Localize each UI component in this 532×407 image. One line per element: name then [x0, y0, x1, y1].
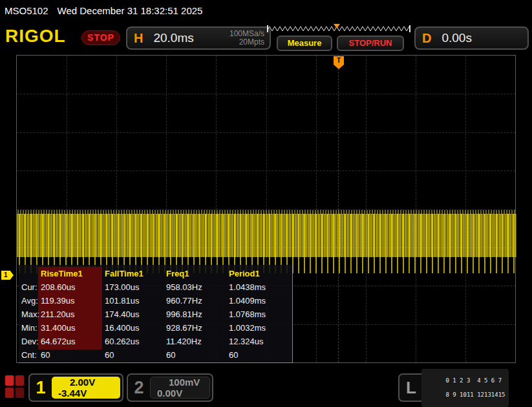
channel-1-button[interactable]: 1 2.00V -3.44V — [28, 373, 123, 402]
ch2-number: 2 — [128, 375, 150, 401]
measurement-row: Min: 31.400us 16.400us 928.67Hz 1.0032ms — [19, 321, 292, 335]
measurement-column: FallTime1 — [102, 269, 164, 278]
delay-settings-button[interactable]: D 0.00s — [414, 26, 529, 50]
ch1-values: 2.00V -3.44V — [52, 377, 120, 399]
stop-run-button[interactable]: STOP/RUN — [337, 36, 404, 51]
ch1-offset: -3.44V — [58, 388, 87, 399]
logic-label: L — [399, 378, 421, 398]
logic-row-1: 0 1 2 3 4 5 6 7 — [445, 377, 502, 384]
horizontal-label: H — [134, 31, 143, 46]
measurement-row: Cur: 208.60us 173.00us 958.03Hz 1.0438ms — [19, 280, 292, 294]
ch2-offset: 0.00V — [157, 388, 182, 399]
menu-grid-icon[interactable] — [5, 375, 25, 399]
measurement-row: Avg: 119.39us 101.81us 960.77Hz 1.0409ms — [19, 294, 292, 308]
ch1-number: 1 — [30, 375, 52, 401]
trigger-position-icon[interactable] — [334, 24, 340, 28]
datetime: Wed December 31 18:32:51 2025 — [58, 5, 203, 16]
sample-rate: 100MSa/s — [229, 29, 264, 38]
measurement-column: Freq1 — [164, 269, 226, 278]
delay-label: D — [422, 31, 431, 46]
measurement-row: Max: 211.20us 174.40us 996.81Hz 1.0768ms — [19, 308, 292, 321]
ch1-scale: 2.00V — [70, 377, 95, 388]
ch2-scale: 100mV — [169, 377, 200, 388]
delay-value: 0.00s — [442, 31, 471, 45]
status-bar: MSO5102 Wed December 31 18:32:51 2025 — [0, 0, 532, 21]
logic-analyzer-button[interactable]: L 0 1 2 3 4 5 6 7 8 9 1011 12131415 — [398, 373, 482, 402]
measurement-panel: RiseTime1 FallTime1 Freq1 Period1 Cur: 2… — [19, 265, 293, 363]
measurement-row: Dev: 64.672us 60.262us 11.420Hz 12.324us — [19, 335, 292, 348]
channel-2-button[interactable]: 2 100mV 0.00V — [127, 373, 213, 402]
horizontal-settings-button[interactable]: H 20.0ms 100MSa/s 20Mpts — [126, 26, 271, 50]
model-name: MSO5102 — [5, 5, 48, 16]
rigol-logo: RIGOL — [5, 26, 66, 47]
measurement-column: RiseTime1 — [38, 269, 102, 278]
logic-row-2: 8 9 1011 12131415 — [445, 391, 505, 398]
trigger-marker[interactable]: T — [334, 56, 344, 69]
trigger-marker-icon: T — [334, 56, 344, 65]
measurement-header-row: RiseTime1 FallTime1 Freq1 Period1 — [19, 267, 292, 280]
oscilloscope-screen: MSO5102 Wed December 31 18:32:51 2025 RI… — [0, 0, 532, 407]
measure-button[interactable]: Measure — [277, 36, 332, 51]
ch1-level-marker-label: 1 — [1, 271, 14, 280]
ch2-values: 100mV 0.00V — [150, 377, 210, 399]
memory-depth: 20Mpts — [239, 37, 264, 47]
run-state-badge: STOP — [81, 30, 120, 45]
memory-waveform-strip[interactable] — [267, 24, 410, 34]
ch1-level-marker[interactable]: 1 — [1, 271, 14, 280]
measurement-row: Cnt: 60 60 60 60 — [19, 348, 292, 362]
timebase-value: 20.0ms — [153, 31, 193, 45]
trigger-marker-arrow-icon — [334, 65, 344, 69]
acquisition-info: 100MSa/s 20Mpts — [229, 30, 264, 47]
logic-channel-numbers: 0 1 2 3 4 5 6 7 8 9 1011 12131415 — [421, 369, 509, 407]
measurement-column: Period1 — [226, 269, 291, 278]
waveform-display: T RiseTime1 FallTime1 Freq1 Period1 Cur:… — [16, 55, 516, 363]
